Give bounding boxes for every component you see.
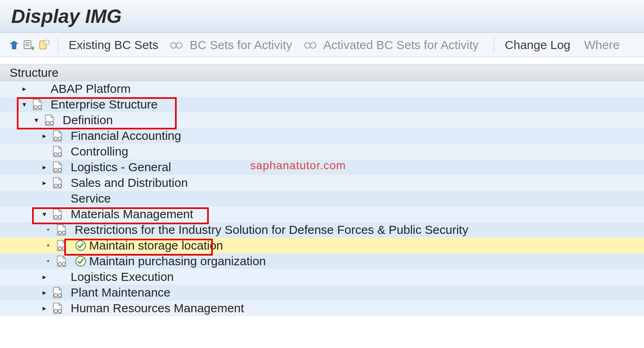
tree-node-label: Financial Accounting (71, 129, 181, 143)
expand-collapsed-icon[interactable]: ▸ (40, 288, 48, 297)
tree-node-definition[interactable]: ▾ Definition (0, 113, 644, 128)
svg-point-10 (305, 43, 310, 48)
tree: ▸ ABAP Platform ▾ Enterprise Structure ▾… (0, 81, 644, 316)
document-glasses-icon[interactable] (55, 223, 67, 236)
tree-node-label: Human Resources Management (71, 301, 244, 315)
expand-collapsed-icon[interactable]: ▸ (40, 131, 48, 140)
where-used-button[interactable]: Where (584, 38, 620, 52)
expand-collapsed-icon[interactable]: ▸ (40, 272, 48, 281)
tree-node-label: Plant Maintenance (71, 286, 171, 299)
document-glasses-icon[interactable] (55, 239, 67, 252)
content-area: Structure ▸ ABAP Platform ▾ Enterprise S… (0, 57, 644, 316)
title-bar: Display IMG (0, 0, 644, 33)
tree-node-materials-management[interactable]: ▾ Materials Management (0, 207, 644, 222)
tree-node-abap-platform[interactable]: ▸ ABAP Platform (0, 81, 644, 97)
document-glasses-icon[interactable] (51, 208, 63, 221)
toolbar: Existing BC Sets BC Sets for Activity Ac… (0, 33, 644, 57)
tree-node-label: Controlling (71, 145, 128, 158)
tree-node-label: Maintain purchasing organization (89, 254, 266, 268)
tree-node-label: Restrictions for the Industry Solution f… (75, 223, 468, 237)
tree-node-maintain-storage-location[interactable]: Maintain storage location (0, 238, 644, 254)
svg-point-8 (171, 43, 176, 48)
tree-node-label: Logistics - General (71, 160, 171, 174)
expand-expanded-icon[interactable]: ▾ (32, 116, 40, 125)
document-glasses-icon[interactable] (51, 129, 63, 142)
expand-collapsed-icon[interactable]: ▸ (40, 163, 48, 172)
document-glasses-icon[interactable] (51, 145, 63, 158)
tree-node-logistics-execution[interactable]: ▸ Logistics Execution (0, 269, 644, 285)
document-glasses-icon[interactable] (55, 255, 67, 268)
expand-expanded-icon[interactable]: ▾ (40, 210, 48, 219)
document-glasses-icon[interactable] (51, 161, 63, 174)
execute-icon[interactable] (75, 255, 87, 267)
tree-node-financial-accounting[interactable]: ▸ Financial Accounting (0, 128, 644, 144)
bc-sets-for-activity-button[interactable]: BC Sets for Activity (190, 38, 292, 52)
expand-collapsed-icon[interactable]: ▸ (20, 84, 28, 93)
tree-node-sales-distribution[interactable]: ▸ Sales and Distribution (0, 175, 644, 191)
toolbar-separator (494, 37, 494, 53)
document-glasses-icon[interactable] (43, 114, 55, 127)
tree-node-service[interactable]: ▸ Service (0, 191, 644, 207)
svg-point-33 (76, 256, 86, 266)
leaf-icon (44, 242, 52, 250)
add-node-icon[interactable] (39, 39, 50, 51)
tree-node-human-resources[interactable]: ▸ Human Resources Management (0, 301, 644, 316)
svg-rect-7 (44, 40, 49, 44)
tree-node-label: Sales and Distribution (71, 176, 188, 190)
tree-node-plant-maintenance[interactable]: ▸ Plant Maintenance (0, 285, 644, 301)
tree-node-label: ABAP Platform (51, 82, 131, 96)
tree-node-logistics-general[interactable]: ▸ Logistics - General (0, 160, 644, 175)
tree-node-label: Enterprise Structure (51, 98, 158, 111)
svg-point-11 (310, 43, 316, 48)
document-glasses-icon[interactable] (51, 286, 63, 299)
section-header: Structure (0, 64, 644, 81)
tree-node-label: Logistics Execution (71, 270, 174, 284)
execute-icon[interactable] (75, 240, 87, 252)
tree-node-enterprise-structure[interactable]: ▾ Enterprise Structure (0, 97, 644, 113)
tree-node-controlling[interactable]: ▸ Controlling (0, 144, 644, 160)
svg-marker-0 (10, 41, 18, 49)
expand-collapsed-icon[interactable]: ▸ (40, 304, 48, 313)
change-log-button[interactable]: Change Log (505, 38, 570, 52)
activated-bc-sets-button[interactable]: Activated BC Sets for Activity (324, 38, 479, 52)
leaf-icon (44, 257, 52, 266)
document-glasses-icon[interactable] (51, 176, 63, 189)
svg-point-9 (176, 43, 182, 48)
tree-node-label: Service (71, 192, 111, 205)
tree-node-maintain-purchasing-org[interactable]: Maintain purchasing organization (0, 254, 644, 269)
expand-all-icon[interactable] (9, 40, 19, 50)
existing-bc-sets-button[interactable]: Existing BC Sets (69, 38, 158, 52)
position-icon[interactable] (23, 39, 35, 51)
tree-node-label: Maintain storage location (89, 239, 223, 252)
tree-node-label: Materials Management (71, 207, 193, 221)
document-glasses-icon[interactable] (31, 98, 43, 111)
svg-point-30 (76, 241, 86, 250)
expand-collapsed-icon[interactable]: ▸ (40, 178, 48, 187)
svg-rect-1 (24, 41, 31, 49)
glasses-icon[interactable] (169, 41, 183, 49)
page-title: Display IMG (11, 5, 122, 27)
glasses-icon[interactable] (304, 41, 317, 49)
section-header-label: Structure (10, 66, 59, 80)
tree-node-restrictions[interactable]: Restrictions for the Industry Solution f… (0, 222, 644, 238)
tree-node-label: Definition (63, 113, 113, 127)
document-glasses-icon[interactable] (51, 302, 63, 315)
leaf-icon (44, 226, 52, 234)
expand-expanded-icon[interactable]: ▾ (20, 100, 28, 109)
toolbar-separator (58, 37, 58, 53)
